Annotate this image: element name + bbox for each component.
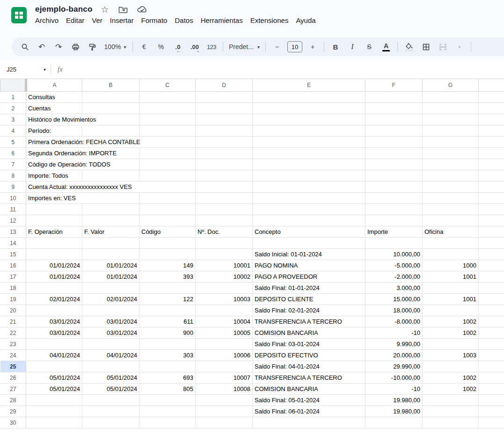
cell[interactable] <box>139 103 196 114</box>
row-header[interactable]: 19 <box>0 294 26 305</box>
cell[interactable] <box>479 395 504 406</box>
cell[interactable]: Primera Ordenación: FECHA CONTABLE <box>26 137 196 148</box>
cell[interactable] <box>479 406 504 417</box>
cell[interactable] <box>365 137 423 148</box>
cell[interactable] <box>82 417 139 428</box>
cell[interactable] <box>82 103 139 114</box>
cell[interactable]: Saldo Inicial: 01-01-2024 <box>253 249 365 260</box>
column-header-d[interactable]: D <box>196 79 253 92</box>
row-header[interactable]: 28 <box>0 395 26 406</box>
cell[interactable]: 10.000,00 <box>365 249 423 260</box>
cell[interactable] <box>365 417 423 428</box>
cell[interactable] <box>82 249 139 260</box>
cell[interactable] <box>139 339 196 350</box>
cell[interactable] <box>26 417 82 428</box>
cell[interactable]: 02/01/2024 <box>82 294 139 305</box>
star-icon[interactable]: ☆ <box>101 5 109 14</box>
cell[interactable]: COMISION BANCARIA <box>253 384 365 395</box>
cell[interactable]: Código <box>139 226 196 238</box>
cell[interactable] <box>139 406 196 417</box>
strikethrough-button[interactable]: S <box>361 40 378 53</box>
cell[interactable] <box>423 181 479 193</box>
cell[interactable]: -10.000,00 <box>365 372 423 384</box>
cell[interactable] <box>423 193 479 204</box>
cell[interactable]: 20.000,00 <box>365 350 423 361</box>
row-header[interactable]: 9 <box>0 181 26 193</box>
cloud-saved-icon[interactable] <box>137 6 147 13</box>
menu-herramientas[interactable]: Herramientas <box>197 15 247 25</box>
cell[interactable]: 03/01/2024 <box>82 327 139 339</box>
cell[interactable] <box>423 361 479 372</box>
cell[interactable] <box>479 193 504 204</box>
cell[interactable] <box>139 159 196 170</box>
cell[interactable] <box>479 204 504 215</box>
cell[interactable]: 9.990,00 <box>365 339 423 350</box>
cell[interactable]: Saldo Final: 04-01-2024 <box>253 361 365 372</box>
cell[interactable] <box>423 305 479 316</box>
cell[interactable]: 1001 <box>423 271 479 283</box>
cell[interactable] <box>196 170 253 181</box>
cell[interactable]: Saldo Final: 02-01-2024 <box>253 305 365 316</box>
row-header[interactable]: 25 <box>0 361 26 372</box>
row-header[interactable]: 29 <box>0 406 26 417</box>
cell[interactable] <box>139 204 196 215</box>
cell[interactable] <box>479 125 504 137</box>
cell[interactable]: -10 <box>365 384 423 395</box>
cell[interactable] <box>365 170 423 181</box>
cell[interactable] <box>423 170 479 181</box>
cell[interactable] <box>196 339 253 350</box>
cell[interactable] <box>253 215 365 226</box>
cell[interactable] <box>196 125 253 137</box>
row-header[interactable]: 18 <box>0 283 26 294</box>
cell[interactable] <box>479 305 504 316</box>
cell[interactable]: 19.980,00 <box>365 406 423 417</box>
cell[interactable]: -10 <box>365 327 423 339</box>
row-header[interactable]: 4 <box>0 125 26 137</box>
cell[interactable] <box>365 125 423 137</box>
cell[interactable] <box>26 249 82 260</box>
cell[interactable] <box>479 137 504 148</box>
cell[interactable] <box>82 395 139 406</box>
row-header[interactable]: 20 <box>0 305 26 316</box>
cell[interactable]: Consultas <box>26 92 82 103</box>
cell[interactable] <box>253 125 365 137</box>
cell[interactable]: PAGO A PROVEEDOR <box>253 271 365 283</box>
cell[interactable]: Cuentas <box>26 103 82 114</box>
cell[interactable] <box>82 125 139 137</box>
cell[interactable] <box>479 103 504 114</box>
cell[interactable]: 01/01/2024 <box>26 271 82 283</box>
cell[interactable]: 02/01/2024 <box>26 294 82 305</box>
cell[interactable]: DEPOSITO CLIENTE <box>253 294 365 305</box>
cell[interactable] <box>423 395 479 406</box>
row-header[interactable]: 26 <box>0 372 26 384</box>
cell[interactable]: 01/01/2024 <box>82 271 139 283</box>
cell[interactable] <box>479 260 504 271</box>
cell[interactable]: 18.000,00 <box>365 305 423 316</box>
cell[interactable] <box>196 406 253 417</box>
cell[interactable] <box>26 305 82 316</box>
increase-decimal-button[interactable]: .00→ <box>186 40 203 53</box>
row-header[interactable]: 7 <box>0 159 26 170</box>
cell[interactable] <box>139 92 196 103</box>
cell[interactable]: 05/01/2024 <box>82 372 139 384</box>
cell[interactable] <box>423 148 479 159</box>
cell[interactable] <box>365 181 423 193</box>
column-header-b[interactable]: B <box>82 79 139 92</box>
cell[interactable]: 122 <box>139 294 196 305</box>
cell[interactable] <box>479 238 504 249</box>
cell[interactable] <box>479 361 504 372</box>
cell[interactable]: Importe <box>365 226 423 238</box>
cell[interactable] <box>196 395 253 406</box>
cell[interactable]: 04/01/2024 <box>82 350 139 361</box>
cell[interactable]: Código de Operación: TODOS <box>26 159 139 170</box>
cell[interactable] <box>479 226 504 238</box>
cell[interactable] <box>139 238 196 249</box>
cell[interactable] <box>196 361 253 372</box>
formula-input[interactable] <box>63 60 504 79</box>
menu-extensiones[interactable]: Extensiones <box>247 15 292 25</box>
increase-font-size-button[interactable]: + <box>304 40 321 53</box>
row-header[interactable]: 14 <box>0 238 26 249</box>
cell[interactable]: DEPOSITO EFECTIVO <box>253 350 365 361</box>
row-header[interactable]: 6 <box>0 148 26 159</box>
cell[interactable]: 149 <box>139 260 196 271</box>
